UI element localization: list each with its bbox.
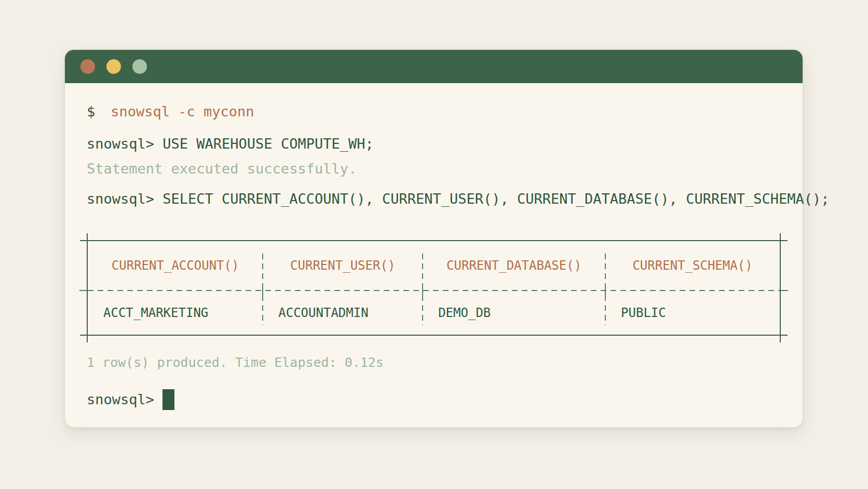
shell-command-line: $snowsql -c myconn (87, 102, 781, 121)
table-cell-database: DEMO_DB (423, 291, 605, 335)
shell-prompt: $ (87, 103, 95, 120)
terminal-output[interactable]: $snowsql -c myconn snowsql> USE WAREHOUS… (65, 102, 803, 410)
column-separator (262, 254, 263, 286)
table-header-cell: CURRENT_SCHEMA() (605, 241, 780, 290)
statement-result-text: Statement executed successfully. (87, 160, 781, 178)
terminal-window: $snowsql -c myconn snowsql> USE WAREHOUS… (64, 49, 803, 428)
minimize-button-dot[interactable] (106, 59, 121, 74)
column-separator (422, 254, 423, 286)
table-header-cell: CURRENT_USER() (263, 241, 423, 290)
close-button-dot[interactable] (80, 59, 95, 74)
terminal-cursor (162, 389, 174, 410)
query-result-table: CURRENT_ACCOUNT() CURRENT_USER() CURRENT… (87, 240, 781, 336)
column-separator (262, 295, 263, 325)
snowsql-prompt: snowsql> (87, 191, 154, 207)
select-query-command: SELECT CURRENT_ACCOUNT(), CURRENT_USER()… (154, 191, 829, 207)
use-warehouse-command: USE WAREHOUSE COMPUTE_WH; (154, 136, 374, 152)
select-query-line: snowsql> SELECT CURRENT_ACCOUNT(), CURRE… (87, 190, 781, 208)
divider-edge-tick (79, 290, 87, 291)
idle-prompt-line[interactable]: snowsql> (87, 389, 781, 410)
column-separator (605, 254, 606, 286)
table-corner-tick (780, 328, 781, 342)
table-cell-schema: PUBLIC (605, 291, 780, 335)
table-header-row: CURRENT_ACCOUNT() CURRENT_USER() CURRENT… (88, 241, 780, 290)
shell-command: snowsql -c myconn (111, 103, 254, 120)
use-warehouse-line: snowsql> USE WAREHOUSE COMPUTE_WH; (87, 135, 781, 153)
snowsql-prompt: snowsql> (87, 136, 154, 152)
window-titlebar (65, 50, 803, 83)
table-cell-account: ACCT_MARKETING (88, 291, 263, 335)
table-corner-tick (780, 233, 781, 248)
table-cell-user: ACCOUNTADMIN (263, 291, 423, 335)
column-separator (605, 295, 606, 325)
table-row: ACCT_MARKETING ACCOUNTADMIN DEMO_DB PUBL… (88, 291, 780, 335)
divider-edge-tick (781, 290, 788, 291)
status-line: 1 row(s) produced. Time Elapsed: 0.12s (87, 354, 781, 372)
table-header-cell: CURRENT_ACCOUNT() (88, 241, 263, 290)
column-separator (422, 295, 423, 325)
maximize-button-dot[interactable] (132, 59, 147, 74)
table-header-cell: CURRENT_DATABASE() (423, 241, 605, 290)
snowsql-prompt: snowsql> (87, 390, 154, 409)
